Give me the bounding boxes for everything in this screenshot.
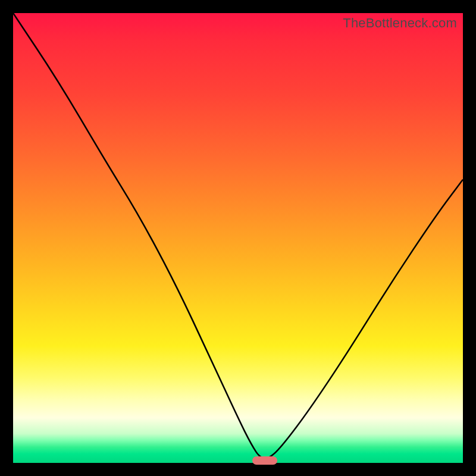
bottleneck-curve bbox=[13, 13, 463, 463]
minimum-marker bbox=[252, 456, 277, 465]
plot-area: TheBottleneck.com bbox=[13, 13, 463, 463]
chart-frame: TheBottleneck.com bbox=[0, 0, 476, 476]
watermark-text: TheBottleneck.com bbox=[343, 15, 457, 31]
curve-path bbox=[13, 13, 463, 458]
